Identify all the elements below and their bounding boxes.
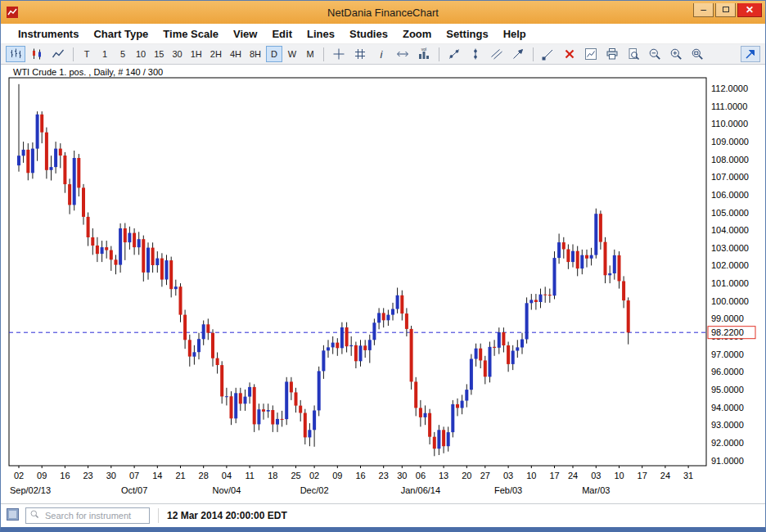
menu-time-scale[interactable]: Time Scale (155, 28, 226, 40)
window-title: NetDania FinanceChart (1, 7, 765, 19)
minimize-button[interactable]: – (693, 3, 714, 17)
menu-view[interactable]: View (226, 28, 264, 40)
bars-chart-icon (9, 47, 22, 61)
timeframe-15min-button[interactable]: 15 (151, 46, 167, 62)
app-window: NetDania FinanceChart – ✕ InstrumentsCha… (0, 0, 766, 532)
expand-horizontal-button[interactable] (393, 46, 412, 62)
vertical-line-icon (469, 47, 482, 61)
price-chart[interactable]: 91.000092.000093.000094.000095.000096.00… (1, 65, 765, 503)
vertical-line-button[interactable] (466, 46, 485, 62)
x-axis: 0209162330071421280411182502091623300613… (10, 466, 693, 495)
menu-instruments[interactable]: Instruments (11, 28, 86, 40)
svg-text:02: 02 (14, 471, 24, 480)
svg-text:16: 16 (60, 471, 70, 480)
chart-type-line-button[interactable] (48, 46, 68, 62)
zoom-out-button[interactable] (645, 46, 665, 62)
mini-chart-icon (584, 47, 597, 61)
timeframe-monthly-button[interactable]: M (302, 46, 318, 62)
timeframe-8h-button[interactable]: 8H (246, 46, 264, 62)
status-app-icon (7, 508, 19, 524)
timeframe-tick-button[interactable]: T (79, 46, 95, 62)
price-tag: 98.2200 (708, 327, 755, 339)
timeframe-2h-button[interactable]: 2H (207, 46, 225, 62)
arrow-tool-button[interactable] (508, 46, 528, 62)
channel-button[interactable] (487, 46, 507, 62)
trend-line-button[interactable] (444, 46, 464, 62)
close-icon: ✕ (746, 5, 754, 15)
svg-text:95.0000: 95.0000 (711, 385, 744, 394)
print-preview-button[interactable] (624, 46, 643, 62)
print-preview-icon (627, 47, 640, 61)
popout-arrow-icon (744, 47, 757, 61)
svg-text:25: 25 (291, 471, 300, 480)
svg-text:107.0000: 107.0000 (711, 172, 749, 182)
svg-text:101.0000: 101.0000 (711, 278, 749, 288)
arrow-tool-icon (511, 47, 525, 61)
close-button[interactable]: ✕ (737, 3, 762, 17)
svg-text:96.0000: 96.0000 (711, 367, 744, 376)
y-axis: 91.000092.000093.000094.000095.000096.00… (711, 83, 749, 466)
zoom-reset-button[interactable] (687, 46, 707, 62)
menu-lines[interactable]: Lines (300, 28, 342, 40)
menu-studies[interactable]: Studies (342, 28, 395, 40)
print-button[interactable] (602, 46, 622, 62)
search-icon (29, 508, 40, 523)
svg-text:100.0000: 100.0000 (711, 296, 749, 306)
svg-text:21: 21 (175, 471, 185, 480)
minimize-icon: – (701, 5, 706, 15)
timeframe-10min-button[interactable]: 10 (133, 46, 149, 62)
timeframe-weekly-button[interactable]: W (284, 46, 300, 62)
toolbar-separator (533, 47, 534, 61)
status-separator (158, 508, 159, 523)
svg-text:17: 17 (549, 471, 559, 480)
timeframe-1h-button[interactable]: 1H (187, 46, 205, 62)
svg-text:105.0000: 105.0000 (711, 208, 749, 218)
maximize-button[interactable] (715, 3, 736, 17)
popout-button[interactable] (741, 46, 760, 62)
delete-studies-button[interactable] (560, 46, 579, 62)
svg-text:vol: vol (421, 47, 426, 52)
svg-text:30: 30 (106, 471, 116, 480)
printer-icon (606, 47, 619, 61)
svg-text:i: i (381, 48, 384, 61)
svg-text:11: 11 (245, 471, 254, 480)
zoom-out-icon (648, 47, 661, 61)
toolbar-separator (439, 47, 439, 61)
search-input[interactable] (43, 510, 146, 521)
svg-text:24: 24 (660, 471, 670, 480)
chart-type-bars-button[interactable] (6, 46, 25, 62)
zoom-in-button[interactable] (666, 46, 686, 62)
trend-line-icon (448, 47, 461, 61)
volume-button[interactable]: vol (414, 46, 434, 62)
app-icon (6, 6, 19, 19)
grid-button[interactable] (350, 46, 370, 62)
timeframe-1min-button[interactable]: 1 (97, 46, 113, 62)
timeframe-4h-button[interactable]: 4H (227, 46, 245, 62)
title-bar: NetDania FinanceChart – ✕ (1, 1, 765, 24)
instrument-search[interactable] (25, 507, 150, 524)
menu-chart-type[interactable]: Chart Type (86, 28, 155, 40)
crosshair-button[interactable] (329, 46, 349, 62)
svg-text:18: 18 (268, 471, 277, 480)
info-button[interactable]: i (372, 46, 391, 62)
timeframe-5min-button[interactable]: 5 (115, 46, 131, 62)
svg-text:99.0000: 99.0000 (711, 313, 744, 323)
svg-text:23: 23 (379, 471, 389, 480)
crosshair-icon (332, 47, 345, 61)
maximize-icon (723, 7, 729, 12)
channel-icon (490, 47, 503, 61)
timeframe-daily-button[interactable]: D (266, 46, 282, 62)
mini-chart-button[interactable] (581, 46, 601, 62)
menu-help[interactable]: Help (496, 28, 534, 40)
angle-tool-button[interactable] (538, 46, 558, 62)
svg-text:07: 07 (129, 471, 139, 480)
svg-text:97.0000: 97.0000 (711, 349, 744, 359)
menu-zoom[interactable]: Zoom (395, 28, 439, 40)
timeframe-30min-button[interactable]: 30 (169, 46, 186, 62)
menu-bar: InstrumentsChart TypeTime ScaleViewEditL… (1, 24, 765, 44)
menu-settings[interactable]: Settings (439, 28, 495, 40)
timestamp: 12 Mar 2014 20:00:00 EDT (167, 510, 287, 521)
chart-type-candlestick-button[interactable] (27, 46, 47, 62)
menu-edit[interactable]: Edit (264, 28, 300, 40)
svg-text:24: 24 (568, 471, 578, 480)
